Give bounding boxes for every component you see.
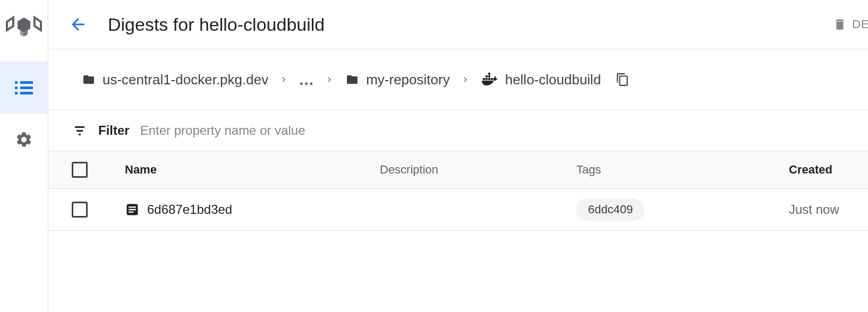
nav-settings[interactable] bbox=[0, 114, 48, 166]
svg-rect-14 bbox=[129, 206, 136, 207]
chevron-right-icon bbox=[279, 75, 288, 84]
svg-rect-2 bbox=[15, 86, 18, 89]
column-header-created[interactable]: Created bbox=[789, 163, 868, 177]
svg-rect-3 bbox=[20, 86, 33, 89]
breadcrumb-image[interactable]: hello-cloudbuild bbox=[481, 72, 601, 88]
tag-chip[interactable]: 6ddc409 bbox=[576, 198, 644, 221]
svg-rect-11 bbox=[488, 75, 490, 77]
folder-icon bbox=[345, 73, 360, 86]
column-header-tags[interactable]: Tags bbox=[576, 163, 789, 177]
breadcrumb-collapsed[interactable]: ... bbox=[299, 71, 314, 89]
breadcrumb-registry[interactable]: us-central1-docker.pkg.dev bbox=[81, 72, 268, 88]
list-icon bbox=[15, 80, 33, 95]
digest-created: Just now bbox=[789, 202, 868, 217]
column-header-description[interactable]: Description bbox=[380, 163, 576, 177]
svg-rect-9 bbox=[491, 78, 493, 80]
chevron-right-icon bbox=[325, 75, 334, 84]
breadcrumb: us-central1-docker.pkg.dev ... my-reposi… bbox=[48, 49, 868, 110]
digest-name: 6d687e1bd3ed bbox=[147, 202, 232, 217]
filter-label: Filter bbox=[98, 123, 130, 138]
filter-input[interactable] bbox=[140, 123, 868, 138]
svg-rect-6 bbox=[483, 78, 485, 80]
svg-rect-0 bbox=[15, 81, 18, 84]
nav-repositories[interactable] bbox=[0, 62, 48, 114]
filter-bar: Filter bbox=[48, 110, 868, 151]
table-row[interactable]: 6d687e1bd3ed 6ddc409 Just now Just now bbox=[48, 189, 868, 231]
row-checkbox[interactable] bbox=[72, 202, 88, 218]
copy-path-button[interactable] bbox=[616, 72, 629, 88]
filter-icon bbox=[72, 124, 88, 137]
svg-rect-5 bbox=[20, 92, 33, 94]
artifact-registry-logo bbox=[0, 10, 48, 47]
svg-rect-7 bbox=[486, 78, 488, 80]
digests-table: Name Description Tags Created Updated bbox=[48, 151, 868, 231]
sidebar bbox=[0, 0, 48, 312]
svg-rect-10 bbox=[486, 75, 488, 77]
svg-rect-1 bbox=[20, 81, 33, 84]
svg-rect-16 bbox=[129, 212, 133, 213]
docker-icon bbox=[481, 73, 499, 86]
breadcrumb-repository[interactable]: my-repository bbox=[345, 72, 449, 88]
folder-icon bbox=[81, 73, 96, 86]
svg-rect-15 bbox=[129, 209, 136, 210]
chevron-right-icon bbox=[461, 75, 470, 84]
page-title: Digests for hello-cloudbuild bbox=[108, 14, 816, 35]
select-all-checkbox[interactable] bbox=[72, 162, 88, 178]
delete-button[interactable]: DELETE bbox=[833, 17, 868, 32]
svg-rect-12 bbox=[488, 73, 490, 75]
column-header-name[interactable]: Name bbox=[125, 163, 380, 177]
svg-rect-8 bbox=[488, 78, 490, 80]
gear-icon bbox=[15, 131, 33, 149]
page-header: Digests for hello-cloudbuild DELETE SETU… bbox=[48, 0, 868, 49]
arrow-back-icon bbox=[69, 15, 88, 34]
copy-icon bbox=[616, 72, 629, 88]
svg-rect-4 bbox=[15, 92, 18, 94]
digest-icon bbox=[125, 202, 140, 217]
main-content: Digests for hello-cloudbuild DELETE SETU… bbox=[48, 0, 868, 312]
trash-icon bbox=[833, 17, 847, 32]
back-button[interactable] bbox=[65, 12, 91, 37]
table-header-row: Name Description Tags Created Updated bbox=[48, 151, 868, 189]
